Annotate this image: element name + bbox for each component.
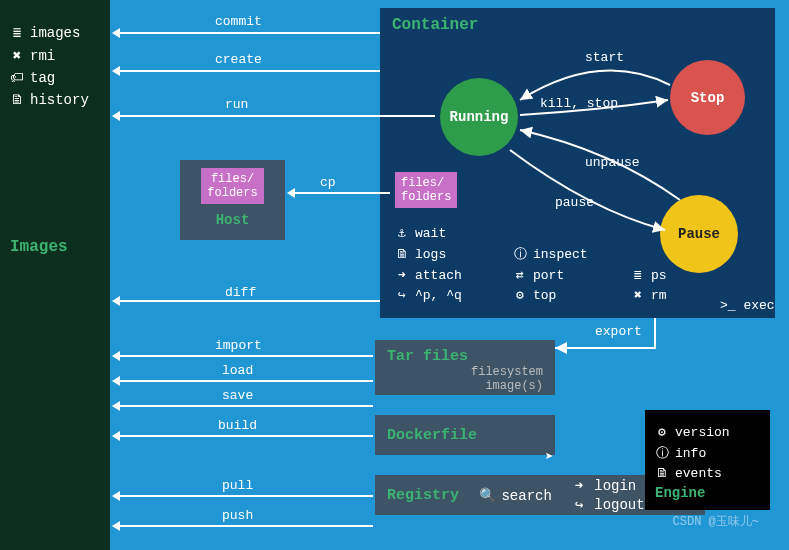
- container-files-folders: files/ folders: [395, 172, 457, 208]
- swap-icon: ⇄: [513, 267, 527, 283]
- line-push: [115, 525, 373, 527]
- line-export: [555, 318, 675, 358]
- cursor-icon: ➤: [545, 448, 553, 465]
- cmd-top: ⚙top: [513, 287, 623, 303]
- sidebar-item-tag: 🏷tag: [10, 70, 100, 86]
- arrow-commit: commit: [215, 14, 262, 29]
- sidebar-title: Images: [10, 238, 100, 256]
- tarfiles-title: Tar files: [387, 348, 543, 365]
- cmd-attach: ➜attach: [395, 267, 505, 283]
- label: history: [30, 92, 89, 108]
- info-icon: ⓘ: [513, 245, 527, 263]
- label: images: [30, 25, 80, 41]
- label: inspect: [533, 247, 588, 262]
- sidebar-item-history: 🗎history: [10, 92, 100, 108]
- container-commands: ⚓wait 🗎logs ⓘinspect ➜attach ⇄port ≣ps ↪…: [395, 225, 765, 303]
- transition-start: start: [585, 50, 624, 65]
- line-create: [115, 70, 380, 72]
- label: attach: [415, 268, 462, 283]
- label: port: [533, 268, 564, 283]
- cmd-ps: ≣ps: [631, 267, 741, 283]
- terminal-icon: >_: [720, 298, 736, 313]
- tarfiles-filesystem: filesystem: [387, 365, 543, 379]
- label: rm: [651, 288, 667, 303]
- info-icon: ⓘ: [655, 444, 669, 462]
- transition-pause: pause: [555, 195, 594, 210]
- arrow-import: import: [215, 338, 262, 353]
- arrow-pull: pull: [222, 478, 253, 493]
- cmd-detach: ↪^p, ^q: [395, 287, 505, 303]
- watermark: CSDN @玉味儿~: [673, 513, 759, 530]
- arrow-run: run: [225, 97, 248, 112]
- host-label: Host: [180, 212, 285, 228]
- cmd-exec: >_ exec: [720, 298, 775, 313]
- label: logout: [594, 497, 644, 513]
- container-title: Container: [392, 16, 763, 34]
- list-icon: ≣: [631, 267, 645, 283]
- gear-icon: ⚙: [513, 287, 527, 303]
- arrow-icon: ➜: [395, 267, 409, 283]
- cmd-logs: 🗎logs: [395, 245, 505, 263]
- search-icon: 🔍: [479, 487, 493, 504]
- line-save: [115, 405, 373, 407]
- tarfiles-images: image(s): [387, 379, 543, 393]
- anchor-icon: ⚓: [395, 225, 409, 241]
- line-run: [115, 115, 435, 117]
- label: ^p, ^q: [415, 288, 462, 303]
- engine-events: 🗎events: [655, 466, 760, 481]
- doc-icon: 🗎: [395, 247, 409, 262]
- line-cp: [290, 192, 390, 194]
- label: login: [594, 478, 636, 494]
- sidebar-item-rmi: ✖rmi: [10, 47, 100, 64]
- arrow-load: load: [222, 363, 253, 378]
- state-stop: Stop: [670, 60, 745, 135]
- registry-login: ➜ login: [572, 477, 645, 494]
- label: top: [533, 288, 556, 303]
- x-icon: ✖: [10, 47, 24, 64]
- images-sidebar: ≣images ✖rmi 🏷tag 🗎history Images: [0, 0, 110, 550]
- arrow-create: create: [215, 52, 262, 67]
- dockerfile-box: Dockerfile: [375, 415, 555, 455]
- line-diff: [115, 300, 380, 302]
- arrow-diff: diff: [225, 285, 256, 300]
- arrow-push: push: [222, 508, 253, 523]
- doc-icon: 🗎: [655, 466, 669, 481]
- label: exec: [743, 298, 774, 313]
- line-load: [115, 380, 373, 382]
- host-box: files/ folders Host: [180, 160, 285, 240]
- arrow-save: save: [222, 388, 253, 403]
- engine-info: ⓘinfo: [655, 444, 760, 462]
- label: rmi: [30, 48, 55, 64]
- dockerfile-title: Dockerfile: [387, 427, 477, 444]
- engine-version: ⚙version: [655, 424, 760, 440]
- login-icon: ➜: [572, 477, 586, 494]
- registry-search: 🔍 search: [479, 487, 552, 504]
- sidebar-item-images: ≣images: [10, 24, 100, 41]
- label: search: [501, 488, 551, 504]
- label: tag: [30, 70, 55, 86]
- engine-title: Engine: [655, 485, 760, 501]
- line-import: [115, 355, 373, 357]
- label: logs: [415, 247, 446, 262]
- registry-title: Registry: [387, 487, 459, 504]
- label: info: [675, 446, 706, 461]
- transition-unpause: unpause: [585, 155, 640, 170]
- gear-icon: ⚙: [655, 424, 669, 440]
- arrow-cp: cp: [320, 175, 336, 190]
- arrow-build: build: [218, 418, 257, 433]
- host-files-folders: files/ folders: [201, 168, 263, 204]
- transition-kill-stop: kill, stop: [540, 96, 618, 111]
- line-build: [115, 435, 373, 437]
- label: version: [675, 425, 730, 440]
- label: events: [675, 466, 722, 481]
- label: wait: [415, 226, 446, 241]
- cmd-port: ⇄port: [513, 267, 623, 283]
- tarfiles-box: Tar files filesystem image(s): [375, 340, 555, 395]
- cmd-inspect: ⓘinspect: [513, 245, 623, 263]
- line-pull: [115, 495, 373, 497]
- doc-icon: 🗎: [10, 92, 24, 108]
- line-commit: [115, 32, 380, 34]
- state-running: Running: [440, 78, 518, 156]
- list-icon: ≣: [10, 24, 24, 41]
- exit-icon: ↪: [395, 287, 409, 303]
